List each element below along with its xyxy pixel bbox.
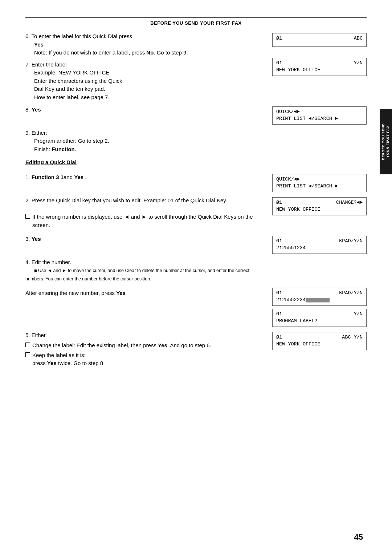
section-step-3-label: 3, Yes xyxy=(25,236,41,242)
lcd-s1a-line1: QUICK/◄► xyxy=(276,176,363,183)
section-step-2-text: 2. Press the Quick Dial key that you wis… xyxy=(25,197,264,229)
page-number: 45 xyxy=(354,532,363,542)
lcd-6: Ø1 ABC xyxy=(272,33,367,47)
lcd-s4-yes-line2: PROGRAM LABEL? xyxy=(276,318,363,325)
lcd-s2-line2: NEW YORK OFFICE xyxy=(276,206,363,213)
lcd-8: QUICK/◄► PRINT LIST ◄/SEARCH ► xyxy=(272,106,367,125)
lcd-s2: Ø1 CHANGE?◄► NEW YORK OFFICE xyxy=(272,197,367,215)
section-step-4b-row: After entering the new number, press Yes… xyxy=(25,287,367,327)
lcd-s5-line1: Ø1 ABC Y/N xyxy=(276,334,363,341)
sidebar-text: BEFORE YOU SENDYOUR FIRST FAX xyxy=(381,123,390,160)
step-9-left: 9. Either: Program another: Go to step 2… xyxy=(25,129,272,154)
lcd-s3-right: KPAD/Y/N xyxy=(339,238,363,245)
lcd-6-left: Ø1 xyxy=(276,35,282,42)
section-step-4b-text: After entering the new number, press Yes xyxy=(25,289,264,297)
step-8-row: 8. Yes QUICK/◄► PRINT LIST ◄/SEARCH ► xyxy=(25,106,367,125)
lcd-s4-edit-line1: Ø1 KPAD/Y/N xyxy=(276,290,363,297)
step-7-dial: Dial Key and the ten key pad. xyxy=(34,86,105,92)
section-step-1-label: 1. Function 3 1and Yes . xyxy=(25,174,86,180)
section-step-4-text: 4. Edit the number. ■ Use ◄ and ► to mov… xyxy=(25,258,264,283)
header-title: BEFORE YOU SEND YOUR FIRST FAX xyxy=(150,20,241,26)
checkbox-icon-1 xyxy=(25,343,30,347)
section-step-2-checkbox-text: If the wrong number is displayed, use ◄ … xyxy=(32,213,264,229)
lcd-s1a: QUICK/◄► PRINT LIST ◄/SEARCH ► xyxy=(272,174,367,192)
step-6-row: 6. To enter the label for this Quick Dia… xyxy=(25,32,367,101)
section-step-4-row: 4. Edit the number. ■ Use ◄ and ► to mov… xyxy=(25,258,367,283)
cursor-block: ▓▓▓▓▓▓▓▓▓▓ xyxy=(306,298,330,302)
section-heading-right xyxy=(272,158,367,158)
step-6-right: Ø1 ABC Ø1 Y/N NEW YORK OFFICE xyxy=(272,32,367,76)
section-step-2-right: Ø1 CHANGE?◄► NEW YORK OFFICE xyxy=(272,197,367,215)
section-heading-row: Editing a Quick Dial xyxy=(25,158,367,169)
lcd-s4-edit-left: Ø1 xyxy=(276,290,282,297)
lcd-s4-edit: Ø1 KPAD/Y/N 2125552234▓▓▓▓▓▓▓▓▓▓ xyxy=(272,288,367,306)
page: BEFORE YOU SEND YOUR FIRST FAX 6. To ent… xyxy=(0,0,392,555)
lcd-8-left: QUICK/◄► xyxy=(276,109,300,116)
step-9-finish: Finish: Function. xyxy=(34,146,76,152)
step-9-label: 9. Either: xyxy=(25,130,47,136)
section-step-2-left: 2. Press the Quick Dial key that you wis… xyxy=(25,197,272,231)
step-7-example: Example: NEW YORK OFFICE xyxy=(34,69,109,76)
lcd-s4-yes-right: Y/N xyxy=(354,311,363,318)
section-heading-left: Editing a Quick Dial xyxy=(25,158,272,169)
step-9-text: 9. Either: Program another: Go to step 2… xyxy=(25,129,264,154)
step-8-label: 8. Yes xyxy=(25,106,41,113)
sidebar-tab: BEFORE YOU SENDYOUR FIRST FAX xyxy=(380,109,392,174)
section-heading: Editing a Quick Dial xyxy=(25,159,264,165)
step-6-yes: Yes xyxy=(34,41,44,48)
step-9-right xyxy=(272,129,367,130)
lcd-s4-edit-right: KPAD/Y/N xyxy=(339,290,363,297)
section-step-5-right: Ø1 ABC Y/N NEW YORK OFFICE xyxy=(272,331,367,350)
lcd-6-right: ABC xyxy=(354,35,363,42)
lcd-s5-right: ABC Y/N xyxy=(342,334,363,341)
lcd-s1a-line2: PRINT LIST ◄/SEARCH ► xyxy=(276,183,363,190)
lcd-7-line1: Ø1 Y/N xyxy=(276,60,363,67)
lcd-s3: Ø1 KPAD/Y/N 2125551234 xyxy=(272,236,367,254)
section-step-5-left: 5. Either Change the label: Edit the exi… xyxy=(25,331,272,369)
lcd-s2-left: Ø1 xyxy=(276,199,282,206)
lcd-s5-left: Ø1 xyxy=(276,334,282,341)
section-step-4-label: 4. Edit the number. xyxy=(25,259,71,265)
step-9-program: Program another: Go to step 2. xyxy=(34,138,109,144)
lcd-s1a-left: QUICK/◄► xyxy=(276,176,300,183)
section-step-3-left: 3, Yes xyxy=(25,235,272,243)
section-step-5-checkbox2: Keep the label as it is:press Yes twice.… xyxy=(25,351,264,368)
section-step-1-left: 1. Function 3 1and Yes . xyxy=(25,173,272,182)
section-step-2-row: 2. Press the Quick Dial key that you wis… xyxy=(25,197,367,231)
lcd-7-left: Ø1 xyxy=(276,60,282,67)
step-8-right: QUICK/◄► PRINT LIST ◄/SEARCH ► xyxy=(272,106,367,125)
step-7-how: How to enter label, see page 7. xyxy=(34,94,110,100)
lcd-s4-yes-line1: Ø1 Y/N xyxy=(276,311,363,318)
lcd-s2-right: CHANGE?◄► xyxy=(336,199,363,206)
section-step-5-cb2-text: Keep the label as it is:press Yes twice.… xyxy=(32,351,103,368)
step-6-number: 6. To enter the label for this Quick Dia… xyxy=(25,33,132,39)
step-9-row: 9. Either: Program another: Go to step 2… xyxy=(25,129,367,154)
section-step-5-checkbox1: Change the label: Edit the existing labe… xyxy=(25,341,264,350)
section-step-4b-right: Ø1 KPAD/Y/N 2125552234▓▓▓▓▓▓▓▓▓▓ Ø1 Y/N … xyxy=(272,287,367,327)
section-step-3-row: 3, Yes Ø1 KPAD/Y/N 2125551234 xyxy=(25,235,367,254)
lcd-7: Ø1 Y/N NEW YORK OFFICE xyxy=(272,58,367,76)
lcd-s4-yes-left: Ø1 xyxy=(276,311,282,318)
step-8-left: 8. Yes xyxy=(25,106,272,114)
step-6-left: 6. To enter the label for this Quick Dia… xyxy=(25,32,272,101)
section-step-2-label: 2. Press the Quick Dial key that you wis… xyxy=(25,197,227,203)
lcd-s5: Ø1 ABC Y/N NEW YORK OFFICE xyxy=(272,332,367,350)
step-7-text: 7. Enter the label Example: NEW YORK OFF… xyxy=(25,61,264,102)
section-step-5-text: 5. Either Change the label: Edit the exi… xyxy=(25,331,264,368)
lcd-8-line1: QUICK/◄► xyxy=(276,109,363,116)
checkbox-icon xyxy=(25,214,30,219)
lcd-s2-line1: Ø1 CHANGE?◄► xyxy=(276,199,363,206)
section-step-4b-left: After entering the new number, press Yes xyxy=(25,287,272,297)
lcd-s3-left: Ø1 xyxy=(276,238,282,245)
section-step-5-label: 5. Either xyxy=(25,332,46,338)
section-step-5-cb1-text: Change the label: Edit the existing labe… xyxy=(32,341,211,350)
main-content: 6. To enter the label for this Quick Dia… xyxy=(25,32,367,373)
section-step-4-note: ■ Use ◄ and ► to move the cursor, and us… xyxy=(25,268,249,281)
lcd-s3-line2: 2125551234 xyxy=(276,245,363,252)
step-6-text: 6. To enter the label for this Quick Dia… xyxy=(25,32,264,57)
section-step-1-row: 1. Function 3 1and Yes . QUICK/◄► PRINT … xyxy=(25,173,367,192)
section-step-4-left: 4. Edit the number. ■ Use ◄ and ► to mov… xyxy=(25,258,272,283)
section-step-5-row: 5. Either Change the label: Edit the exi… xyxy=(25,331,367,369)
lcd-s4-yes: Ø1 Y/N PROGRAM LABEL? xyxy=(272,309,367,327)
page-header: BEFORE YOU SEND YOUR FIRST FAX xyxy=(25,17,367,26)
